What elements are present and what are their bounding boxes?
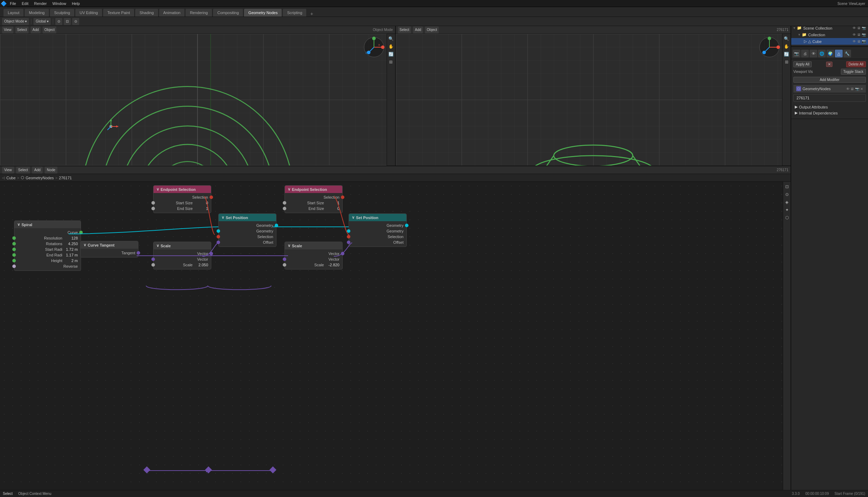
vp2-object-btn[interactable]: Object <box>425 26 439 33</box>
add-workspace-btn[interactable]: + <box>310 11 313 17</box>
ws-tab-layout[interactable]: Layout <box>4 9 24 17</box>
menu-file[interactable]: File <box>7 0 19 7</box>
vp-select-btn[interactable]: Select <box>15 26 29 33</box>
ws-tab-shading[interactable]: Shading <box>135 9 158 17</box>
set-position-2-node[interactable]: ∨ Set Position Geometry Geometry Selecti… <box>349 213 407 247</box>
prop-object-btn[interactable]: △ <box>835 50 843 57</box>
curve-tangent-collapse[interactable]: ∨ <box>83 243 86 247</box>
toolbar-proportional-btn[interactable]: ⊙ <box>72 18 79 25</box>
toolbar-snapping-btn[interactable]: ⊡ <box>64 18 71 25</box>
add-modifier-btn[interactable]: Add Modifier <box>793 77 866 83</box>
ep-sel-2-start-in[interactable] <box>283 201 286 205</box>
menu-render[interactable]: Render <box>31 0 50 7</box>
spiral-endradi-value[interactable]: 1.17 m <box>64 253 78 257</box>
endpoint-selection-1-node[interactable]: ∨ Endpoint Selection Selection Start Siz… <box>153 185 211 213</box>
ne-tb-5[interactable]: ✦ <box>783 206 791 213</box>
set-pos-1-geom-in[interactable] <box>217 229 220 233</box>
ne-tb-3[interactable]: ⊙ <box>783 191 791 198</box>
ws-tab-sculpting[interactable]: Sculpting <box>50 9 75 17</box>
set-pos-2-offset-in[interactable] <box>347 241 350 244</box>
tree-cube[interactable]: ▷ △ Cube 👁 🖥 📷 <box>791 38 868 45</box>
tree-collection[interactable]: ▾ 📁 Collection 👁 🖥 📷 <box>791 31 868 38</box>
spiral-height-in[interactable] <box>12 259 16 262</box>
left-gizmo[interactable]: X Y Z <box>363 37 385 58</box>
spiral-curve-socket[interactable] <box>79 231 83 234</box>
ne-tb-2[interactable]: ⊡ <box>783 183 791 190</box>
set-pos-1-offset-in[interactable] <box>217 241 220 244</box>
scale-2-node[interactable]: ∨ Scale Vector Vector Scale -2 <box>285 242 343 269</box>
ne-tb-4[interactable]: ◈ <box>783 199 791 206</box>
rotate-icon[interactable]: 🔄 <box>387 51 394 58</box>
r-rotate-icon[interactable]: 🔄 <box>783 51 790 58</box>
ne-add-btn[interactable]: Add <box>32 167 43 174</box>
tree-expand-scene[interactable]: ▾ <box>793 26 795 30</box>
ep-sel-2-end-value[interactable]: 0 <box>325 206 339 211</box>
toolbar-pivot-btn[interactable]: ⊙ <box>55 18 62 25</box>
ws-tab-uv-editing[interactable]: UV Editing <box>75 9 102 17</box>
internal-dependencies-row[interactable]: ▶ Internal Dependencies <box>793 110 866 116</box>
vp-object-btn[interactable]: Object <box>43 26 56 33</box>
curve-tangent-node[interactable]: ∨ Curve Tangent Tangent <box>80 241 138 257</box>
ws-tab-geometry-nodes[interactable]: Geometry Nodes <box>244 9 282 17</box>
hand-icon[interactable]: ✋ <box>387 43 394 50</box>
set-pos-2-geom-in[interactable] <box>347 229 350 233</box>
vp-add-btn[interactable]: Add <box>31 26 40 33</box>
ne-view-btn[interactable]: View <box>2 167 14 174</box>
set-pos-1-geom-out[interactable] <box>275 224 278 227</box>
scale-2-scale-value[interactable]: -2.820 <box>325 263 339 267</box>
vp2-select-btn[interactable]: Select <box>398 26 411 33</box>
ne-back-btn[interactable]: ◁ <box>2 176 5 180</box>
right-gizmo[interactable] <box>759 37 780 58</box>
set-pos-1-sel-in[interactable] <box>217 235 220 238</box>
menu-help[interactable]: Help <box>69 0 83 7</box>
set-pos-2-collapse[interactable]: ∨ <box>352 215 355 220</box>
left-viewport-canvas[interactable] <box>0 34 395 166</box>
scale-2-vec-in[interactable] <box>283 257 286 261</box>
ws-tab-scripting[interactable]: Scripting <box>283 9 307 17</box>
scale-2-vec-out[interactable] <box>341 252 344 255</box>
scale-1-scale-value[interactable]: 2.050 <box>194 263 208 267</box>
prop-render-btn[interactable]: 📷 <box>793 50 800 57</box>
scale-2-collapse[interactable]: ∨ <box>288 243 291 248</box>
apply-all-btn[interactable]: Apply All <box>793 61 812 67</box>
right-viewport-canvas[interactable] <box>396 34 791 166</box>
route-node-1[interactable] <box>143 466 150 473</box>
delete-all-btn[interactable]: Delete All <box>846 61 866 67</box>
spiral-startradi-in[interactable] <box>12 248 16 251</box>
spiral-resolution-in[interactable] <box>12 236 16 240</box>
prop-output-btn[interactable]: 🖨 <box>801 50 809 57</box>
r-hand-icon[interactable]: ✋ <box>783 43 790 50</box>
ws-tab-texture-paint[interactable]: Texture Paint <box>103 9 135 17</box>
ep-sel-2-start-value[interactable]: 1 <box>325 201 339 205</box>
route-node-2[interactable] <box>205 466 212 473</box>
spiral-rotations-value[interactable]: 4.250 <box>64 242 78 246</box>
grid-icon[interactable]: ⊞ <box>387 58 394 66</box>
ne-select-btn[interactable]: Select <box>16 167 30 174</box>
node-editor[interactable]: View Select Add Node 276171 ◁ Cube > ⬡ G… <box>0 166 791 490</box>
set-position-1-node[interactable]: ∨ Set Position Geometry Geometry Selecti… <box>218 213 276 247</box>
delete-btn[interactable]: ✕ <box>826 62 832 67</box>
ep-sel-1-end-in[interactable] <box>151 207 155 210</box>
spiral-endradi-in[interactable] <box>12 253 16 257</box>
scale-1-vec-out[interactable] <box>210 252 213 255</box>
vp2-add-btn[interactable]: Add <box>413 26 423 33</box>
r-grid-icon[interactable]: ⊞ <box>783 58 790 66</box>
ws-tab-modeling[interactable]: Modeling <box>25 9 49 17</box>
spiral-startradi-value[interactable]: 1.72 m <box>64 247 78 251</box>
ep-sel-2-collapse[interactable]: ∨ <box>288 187 291 192</box>
scale-2-scale-in[interactable] <box>283 263 286 267</box>
ws-tab-animation[interactable]: Animation <box>159 9 185 17</box>
zoom-icon[interactable]: 🔍 <box>387 35 394 42</box>
tree-expand-collection[interactable]: ▾ <box>798 32 800 37</box>
spiral-collapse-icon[interactable]: ∨ <box>17 222 20 227</box>
node-canvas[interactable]: ∨ Spiral Curve Resolution 128 <box>0 182 791 490</box>
toggle-stack-btn[interactable]: Toggle Stack <box>841 69 866 75</box>
ne-node-btn[interactable]: Node <box>45 167 57 174</box>
toolbar-global-btn[interactable]: Global ▾ <box>33 18 51 25</box>
prop-modifier-btn[interactable]: 🔧 <box>843 50 851 57</box>
transform-gizmo[interactable] <box>102 118 120 136</box>
ep-sel-2-sel-out[interactable] <box>341 195 344 199</box>
menu-window[interactable]: Window <box>50 0 69 7</box>
ep-sel-1-sel-out[interactable] <box>210 195 213 199</box>
vp-view-btn[interactable]: View <box>2 26 13 33</box>
